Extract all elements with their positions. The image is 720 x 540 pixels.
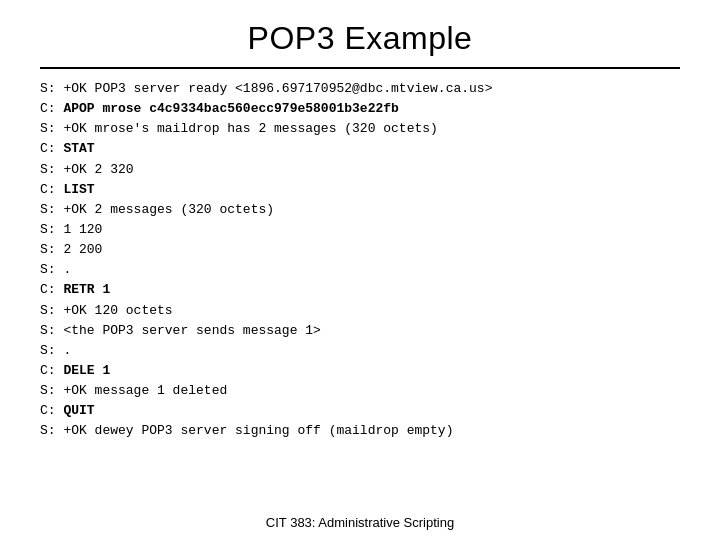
line18-text: +OK dewey POP3 server signing off (maild…: [63, 423, 453, 438]
line8: S: 1 120: [40, 220, 680, 240]
line7-prefix: S:: [40, 202, 63, 217]
line4-prefix: C:: [40, 141, 63, 156]
line13-text: <the POP3 server sends message 1>: [63, 323, 320, 338]
line7: S: +OK 2 messages (320 octets): [40, 200, 680, 220]
line8-prefix: S:: [40, 222, 63, 237]
line3-text: +OK mrose's maildrop has 2 messages (320…: [63, 121, 437, 136]
line17-prefix: C:: [40, 403, 63, 418]
line10-prefix: S:: [40, 262, 63, 277]
line1-prefix: S:: [40, 81, 63, 96]
line15: C: DELE 1: [40, 361, 680, 381]
line12-prefix: S:: [40, 303, 63, 318]
line5-text: +OK 2 320: [63, 162, 133, 177]
line15-prefix: C:: [40, 363, 63, 378]
line12: S: +OK 120 octets: [40, 301, 680, 321]
line7-text: +OK 2 messages (320 octets): [63, 202, 274, 217]
footer-text: CIT 383: Administrative Scripting: [266, 515, 454, 530]
page: POP3 Example S: +OK POP3 server ready <1…: [0, 0, 720, 540]
line17-text: QUIT: [63, 403, 94, 418]
line6: C: LIST: [40, 180, 680, 200]
line3-prefix: S:: [40, 121, 63, 136]
line18-prefix: S:: [40, 423, 63, 438]
line1-text: +OK POP3 server ready <1896.697170952@db…: [63, 81, 492, 96]
line9: S: 2 200: [40, 240, 680, 260]
line4-text: STAT: [63, 141, 94, 156]
line14-text: .: [63, 343, 71, 358]
line11-prefix: C:: [40, 282, 63, 297]
line2-prefix: C:: [40, 101, 63, 116]
line2: C: APOP mrose c4c9334bac560ecc979e58001b…: [40, 99, 680, 119]
content-area: S: +OK POP3 server ready <1896.697170952…: [40, 79, 680, 507]
line13-prefix: S:: [40, 323, 63, 338]
line5: S: +OK 2 320: [40, 160, 680, 180]
line18: S: +OK dewey POP3 server signing off (ma…: [40, 421, 680, 441]
line14-prefix: S:: [40, 343, 63, 358]
line4: C: STAT: [40, 139, 680, 159]
line10: S: .: [40, 260, 680, 280]
line17: C: QUIT: [40, 401, 680, 421]
line3: S: +OK mrose's maildrop has 2 messages (…: [40, 119, 680, 139]
line16-prefix: S:: [40, 383, 63, 398]
line14: S: .: [40, 341, 680, 361]
line11: C: RETR 1: [40, 280, 680, 300]
divider: [40, 67, 680, 69]
line9-text: 2 200: [63, 242, 102, 257]
line9-prefix: S:: [40, 242, 63, 257]
line11-text: RETR 1: [63, 282, 110, 297]
line16: S: +OK message 1 deleted: [40, 381, 680, 401]
line1: S: +OK POP3 server ready <1896.697170952…: [40, 79, 680, 99]
line2-text: APOP mrose c4c9334bac560ecc979e58001b3e2…: [63, 101, 398, 116]
line16-text: +OK message 1 deleted: [63, 383, 227, 398]
line6-prefix: C:: [40, 182, 63, 197]
line6-text: LIST: [63, 182, 94, 197]
line5-prefix: S:: [40, 162, 63, 177]
line15-text: DELE 1: [63, 363, 110, 378]
line10-text: .: [63, 262, 71, 277]
line13: S: <the POP3 server sends message 1>: [40, 321, 680, 341]
page-title: POP3 Example: [248, 20, 473, 57]
line8-text: 1 120: [63, 222, 102, 237]
line12-text: +OK 120 octets: [63, 303, 172, 318]
